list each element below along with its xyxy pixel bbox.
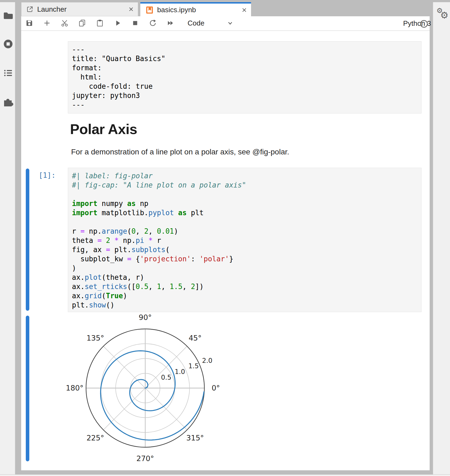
restart-run-all-icon[interactable] — [166, 19, 175, 27]
output-collapser[interactable] — [26, 316, 29, 461]
settings-gears-icon[interactable]: ⚙ ⚙ — [436, 7, 449, 19]
code-line: ax.set_rticks([0.5, 1, 1.5, 2]) — [72, 282, 417, 291]
kernel-status-icon[interactable] — [419, 19, 429, 28]
raw-cell[interactable]: --- title: "Quarto Basics" format: html:… — [68, 41, 422, 113]
cut-cells-icon[interactable] — [60, 19, 69, 27]
code-line: plt.show() — [72, 300, 417, 310]
restart-kernel-icon[interactable] — [148, 19, 157, 27]
input-collapser[interactable] — [26, 169, 29, 311]
copy-cells-icon[interactable] — [78, 19, 87, 27]
cell-type-dropdown[interactable]: Code — [188, 19, 204, 27]
add-cell-icon[interactable] — [43, 19, 51, 27]
code-line — [72, 217, 417, 227]
svg-text:225°: 225° — [87, 434, 104, 442]
code-line: ax.plot(theta, r) — [72, 273, 417, 282]
polar-plot: 0°45°90°135°180°225°270°315°0.51.01.52.0 — [66, 312, 229, 467]
svg-text:0.5: 0.5 — [161, 374, 171, 381]
close-icon[interactable] — [128, 6, 134, 12]
code-cell[interactable]: #| label: fig-polar#| fig-cap: "A line p… — [68, 168, 422, 312]
code-line: import numpy as np — [72, 199, 417, 208]
code-line — [72, 190, 417, 199]
tab-bar: Launcher basics.ipynb — [21, 2, 430, 16]
svg-text:45°: 45° — [189, 334, 202, 342]
code-line: theta = 2 * np.pi * r — [72, 236, 417, 245]
code-line: import matplotlib.pyplot as plt — [72, 208, 417, 217]
paste-cells-icon[interactable] — [96, 19, 104, 27]
svg-text:180°: 180° — [66, 384, 84, 392]
launcher-icon — [26, 6, 33, 13]
extensions-icon[interactable] — [3, 96, 14, 107]
raw-cell-editor[interactable]: --- title: "Quarto Basics" format: html:… — [68, 42, 421, 113]
svg-text:135°: 135° — [87, 334, 104, 342]
tab-launcher-label: Launcher — [37, 5, 66, 14]
tab-notebook-label: basics.ipynb — [157, 6, 196, 14]
svg-text:90°: 90° — [139, 313, 152, 322]
polar-figure: 0°45°90°135°180°225°270°315°0.51.01.52.0 — [66, 312, 229, 467]
running-kernels-icon[interactable] — [3, 39, 14, 49]
right-sidebar — [433, 2, 450, 474]
code-line: r = np.arange(0, 2, 0.01) — [72, 227, 417, 236]
r-tick-labels: 0.51.01.52.0 — [161, 357, 212, 382]
page-title: Polar Axis — [70, 121, 137, 137]
left-activity-bar — [0, 2, 15, 474]
status-bar — [0, 474, 450, 476]
files-icon[interactable] — [3, 10, 14, 21]
code-line: fig, ax = plt.subplots( — [72, 245, 417, 254]
code-line: ) — [72, 264, 417, 273]
code-line: subplot_kw = {'projection': 'polar'} — [72, 254, 417, 264]
execution-count: [1]: — [16, 171, 56, 179]
stop-icon[interactable] — [131, 19, 140, 27]
svg-text:1.5: 1.5 — [188, 362, 199, 370]
code-line: ax.grid(True) — [72, 291, 417, 300]
tab-notebook[interactable]: basics.ipynb — [140, 2, 251, 16]
close-icon[interactable] — [241, 7, 247, 13]
run-icon[interactable] — [113, 19, 122, 27]
save-icon[interactable] — [25, 19, 34, 27]
notebook-toolbar: Code Python 3 — [21, 16, 430, 31]
svg-text:1.0: 1.0 — [175, 368, 185, 376]
code-line: #| label: fig-polar — [72, 171, 417, 180]
tab-launcher[interactable]: Launcher — [21, 2, 138, 16]
code-line: #| fig-cap: "A line plot on a polar axis… — [72, 180, 417, 190]
svg-text:315°: 315° — [186, 434, 204, 442]
svg-text:0°: 0° — [212, 384, 220, 392]
notebook-file-icon — [146, 6, 153, 14]
code-cell-editor[interactable]: #| label: fig-polar#| fig-cap: "A line p… — [68, 168, 421, 313]
table-of-contents-icon[interactable] — [3, 67, 14, 78]
dropdown-chevron-icon[interactable] — [226, 19, 234, 27]
markdown-paragraph: For a demonstration of a line plot on a … — [71, 148, 289, 156]
svg-text:270°: 270° — [136, 454, 154, 463]
svg-text:2.0: 2.0 — [202, 357, 212, 364]
